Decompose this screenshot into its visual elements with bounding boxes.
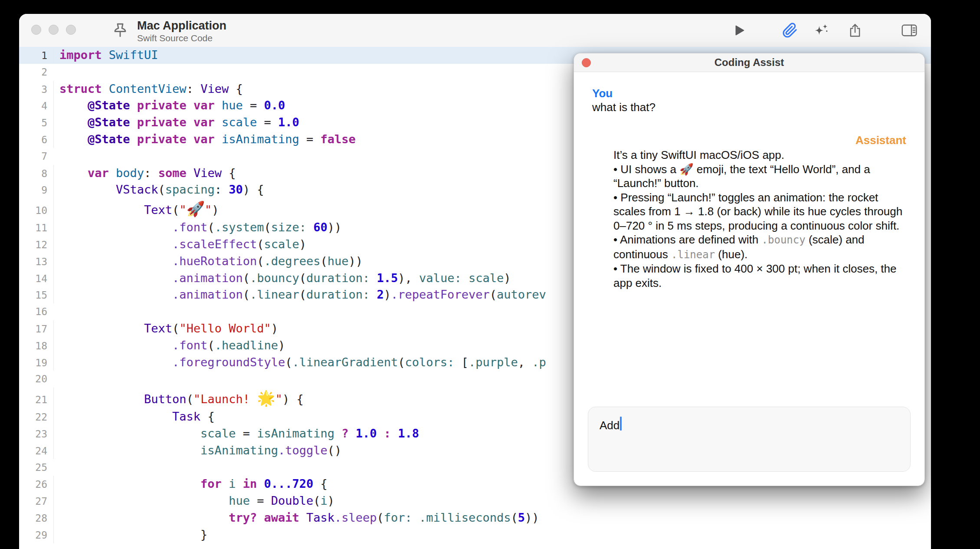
code-line[interactable]: 28 try? await Task.sleep(for: .milliseco… [19, 510, 931, 526]
line-number: 16 [19, 303, 53, 320]
assistant-paragraph: • UI shows a 🚀 emoji, the text “Hello Wo… [613, 162, 907, 191]
pin-icon[interactable] [111, 22, 129, 40]
line-number: 10 [19, 200, 53, 221]
line-number: 9 [19, 182, 53, 199]
window-titlebar: Mac Application Swift Source Code [19, 14, 931, 47]
line-number: 8 [19, 165, 53, 182]
share-icon [847, 23, 863, 38]
assistant-label: Assistant [592, 133, 906, 147]
chat-input[interactable]: Add [588, 407, 911, 472]
assist-titlebar: Coding Assist [574, 53, 924, 72]
sidebar-toggle-icon [901, 23, 918, 37]
sidebar-toggle-button[interactable] [900, 21, 918, 39]
assist-close-button[interactable] [582, 58, 591, 67]
sparkles-icon [814, 23, 829, 38]
traffic-light-close[interactable] [31, 25, 41, 35]
assistant-message: It’s a tiny SwiftUI macOS/iOS app.• UI s… [613, 148, 907, 290]
code-line-text: hue = Double(i) [53, 493, 931, 510]
traffic-light-minimize[interactable] [49, 25, 59, 35]
line-number: 1 [19, 47, 53, 64]
window-title-block: Mac Application Swift Source Code [137, 19, 226, 43]
assistant-paragraph: • The window is fixed to 400 × 300 pt; w… [613, 262, 907, 290]
line-number: 7 [19, 148, 53, 165]
assist-title: Coding Assist [715, 56, 784, 69]
code-line-text: try? await Task.sleep(for: .milliseconds… [53, 510, 931, 526]
line-number: 29 [19, 527, 53, 544]
line-number: 20 [19, 371, 53, 388]
code-line[interactable]: 29 } [19, 526, 931, 543]
line-number: 27 [19, 493, 53, 510]
chat-input-value: Add [600, 419, 619, 432]
line-number: 23 [19, 426, 53, 443]
line-number: 12 [19, 237, 53, 253]
run-button[interactable] [730, 21, 748, 39]
code-line-text: } [53, 526, 931, 543]
line-number: 28 [19, 510, 53, 527]
line-number: 19 [19, 355, 53, 371]
user-label: You [592, 86, 906, 100]
line-number: 26 [19, 476, 53, 493]
paperclip-icon [782, 23, 798, 38]
share-button[interactable] [846, 21, 864, 39]
assistant-paragraph: It’s a tiny SwiftUI macOS/iOS app. [613, 148, 907, 162]
line-number: 14 [19, 270, 53, 287]
assistant-paragraph: • Animations are defined with .bouncy (s… [613, 233, 907, 262]
line-number: 4 [19, 98, 53, 115]
line-number: 21 [19, 389, 53, 410]
line-number: 2 [19, 64, 53, 81]
line-number: 24 [19, 443, 53, 460]
line-number: 11 [19, 220, 53, 237]
line-number: 25 [19, 459, 53, 476]
line-number: 6 [19, 131, 53, 148]
line-number: 22 [19, 409, 53, 426]
traffic-light-zoom[interactable] [66, 25, 76, 35]
user-message: what is that? [592, 100, 906, 114]
text-caret [620, 417, 622, 431]
window-title: Mac Application [137, 19, 226, 32]
window-subtitle: Swift Source Code [137, 33, 226, 43]
coding-assist-panel: Coding Assist You what is that? Assistan… [574, 53, 925, 486]
line-number: 5 [19, 115, 53, 131]
assistant-paragraph: • Pressing “Launch!” toggles an animatio… [613, 191, 907, 233]
line-number: 13 [19, 253, 53, 270]
ai-assist-button[interactable] [813, 21, 831, 39]
line-number: 15 [19, 287, 53, 304]
chat-area: You what is that? Assistant It’s a tiny … [592, 72, 906, 290]
attach-button[interactable] [781, 21, 799, 39]
line-number: 17 [19, 321, 53, 338]
line-number: 18 [19, 338, 53, 355]
play-icon [736, 26, 744, 35]
code-line[interactable]: 27 hue = Double(i) [19, 493, 931, 510]
line-number: 3 [19, 81, 53, 98]
